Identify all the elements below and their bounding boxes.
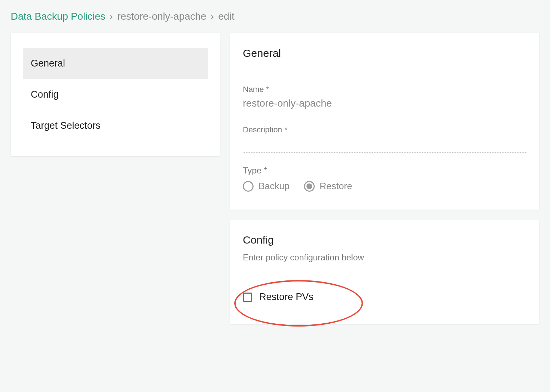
- sidebar-item-general[interactable]: General: [23, 48, 208, 79]
- name-input[interactable]: [243, 96, 526, 112]
- radio-circle-icon: [243, 181, 254, 192]
- description-input[interactable]: [243, 137, 526, 153]
- radio-label-restore: Restore: [320, 181, 352, 192]
- config-heading: Config: [243, 234, 526, 246]
- sidebar-item-target-selectors[interactable]: Target Selectors: [23, 110, 208, 141]
- config-card: Config Enter policy configuration below …: [230, 220, 539, 324]
- general-heading: General: [243, 47, 526, 59]
- breadcrumb-item: restore-only-apache: [117, 11, 206, 22]
- sidebar-item-config[interactable]: Config: [23, 79, 208, 110]
- radio-circle-selected-icon: [304, 181, 315, 192]
- description-label: Description *: [243, 125, 526, 134]
- breadcrumb-root-link[interactable]: Data Backup Policies: [11, 11, 105, 22]
- annotation-highlight-ellipse: [234, 280, 363, 327]
- breadcrumb: Data Backup Policies › restore-only-apac…: [11, 11, 539, 22]
- restore-pvs-checkbox[interactable]: [243, 293, 252, 302]
- type-label: Type *: [243, 166, 526, 176]
- config-subheading: Enter policy configuration below: [243, 253, 526, 263]
- breadcrumb-separator: ›: [110, 11, 113, 22]
- breadcrumb-action: edit: [218, 11, 234, 22]
- radio-label-backup: Backup: [259, 181, 290, 192]
- restore-pvs-label: Restore PVs: [259, 291, 314, 303]
- radio-option-backup[interactable]: Backup: [243, 181, 290, 192]
- name-label: Name *: [243, 85, 526, 94]
- radio-option-restore[interactable]: Restore: [304, 181, 352, 192]
- sidebar: General Config Target Selectors: [11, 33, 220, 156]
- general-card: General Name * Description * Type *: [230, 33, 539, 210]
- breadcrumb-separator: ›: [211, 11, 214, 22]
